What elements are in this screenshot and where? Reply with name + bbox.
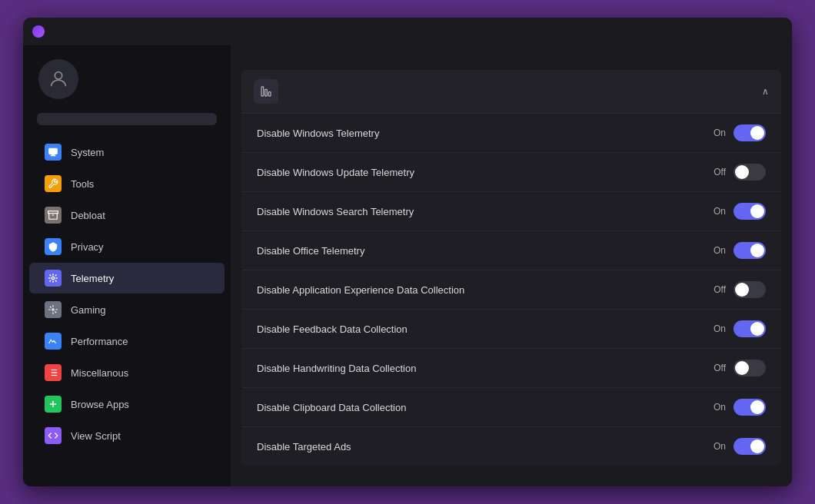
- svg-rect-18: [268, 92, 271, 96]
- svg-rect-17: [265, 89, 268, 96]
- svg-rect-2: [52, 154, 55, 155]
- sidebar-item-telemetry[interactable]: Telemetry: [29, 263, 225, 293]
- setting-status: On: [714, 206, 726, 217]
- toggle-knob: [735, 283, 749, 297]
- toggle-knob: [750, 204, 764, 218]
- svg-rect-16: [261, 87, 264, 96]
- page-title: [231, 45, 792, 70]
- svg-rect-4: [48, 211, 58, 214]
- svg-point-6: [52, 277, 55, 280]
- sidebar-item-label-telemetry: Telemetry: [71, 273, 114, 284]
- browse-icon: [45, 396, 62, 413]
- app-window: SystemToolsDebloatPrivacyTelemetryGaming…: [23, 18, 792, 486]
- svg-rect-1: [48, 148, 58, 154]
- app-logo: [32, 25, 45, 38]
- close-button[interactable]: [761, 24, 783, 39]
- sidebar-item-misc[interactable]: Miscellanous: [29, 357, 225, 388]
- svg-point-7: [52, 309, 54, 310]
- setting-label: Disable Office Telemetry: [257, 245, 714, 257]
- setting-label: Disable Targeted Ads: [257, 441, 714, 453]
- setting-label: Disable Windows Search Telemetry: [257, 206, 714, 217]
- setting-status: On: [714, 323, 726, 334]
- sidebar-item-debloat[interactable]: Debloat: [29, 200, 225, 230]
- setting-row: Disable Office TelemetryOn: [241, 230, 781, 270]
- main-layout: SystemToolsDebloatPrivacyTelemetryGaming…: [23, 45, 792, 486]
- sidebar: SystemToolsDebloatPrivacyTelemetryGaming…: [23, 45, 231, 486]
- viewscript-icon: [45, 427, 62, 444]
- sidebar-item-system[interactable]: System: [29, 137, 225, 167]
- setting-row: Disable Windows TelemetryOn: [241, 113, 781, 152]
- setting-status: On: [714, 402, 726, 413]
- nav-list: SystemToolsDebloatPrivacyTelemetryGaming…: [23, 136, 231, 479]
- avatar: [38, 59, 78, 99]
- minimize-button[interactable]: [712, 24, 734, 39]
- toggle-switch[interactable]: [734, 360, 766, 376]
- setting-status: On: [714, 441, 726, 452]
- sidebar-item-label-viewscript: View Script: [71, 430, 121, 442]
- setting-row: Disable Windows Update TelemetryOff: [241, 152, 781, 191]
- telemetry-icon: [45, 270, 62, 287]
- toggle-knob: [750, 244, 764, 257]
- telemetry-section: ∧ Disable Windows TelemetryOnDisable Win…: [241, 70, 781, 466]
- toggle-switch[interactable]: [734, 281, 766, 298]
- sidebar-item-label-tools: Tools: [71, 178, 94, 190]
- setting-status: On: [714, 128, 726, 138]
- toggle-switch[interactable]: [734, 242, 766, 259]
- section-header[interactable]: ∧: [241, 70, 781, 113]
- section-icon: [254, 79, 278, 104]
- privacy-icon: [45, 238, 62, 255]
- user-section: [23, 45, 231, 110]
- toggle-switch[interactable]: [734, 124, 766, 141]
- toggle-switch[interactable]: [734, 399, 766, 416]
- setting-status: Off: [714, 167, 726, 177]
- toggle-switch[interactable]: [734, 438, 766, 455]
- sidebar-item-privacy[interactable]: Privacy: [29, 231, 225, 262]
- setting-label: Disable Feedback Data Collection: [257, 323, 714, 335]
- gaming-icon: [45, 301, 62, 318]
- setting-status: On: [714, 245, 726, 256]
- setting-label: Disable Windows Update Telemetry: [257, 167, 714, 178]
- settings-list: ∧ Disable Windows TelemetryOnDisable Win…: [231, 70, 792, 486]
- system-icon: [45, 144, 62, 161]
- uncheck-all-button[interactable]: [37, 113, 217, 125]
- setting-label: Disable Handwriting Data Collection: [257, 363, 714, 374]
- setting-row: Disable Clipboard Data CollectionOn: [241, 387, 781, 426]
- sidebar-item-viewscript[interactable]: View Script: [29, 420, 225, 451]
- sidebar-item-performance[interactable]: Performance: [29, 326, 225, 356]
- toggle-switch[interactable]: [734, 203, 766, 220]
- tools-icon: [45, 175, 62, 192]
- maximize-button[interactable]: [737, 24, 758, 39]
- sidebar-item-label-system: System: [71, 147, 104, 158]
- toggle-switch[interactable]: [734, 164, 766, 181]
- sidebar-item-tools[interactable]: Tools: [29, 168, 225, 199]
- setting-label: Disable Application Experience Data Coll…: [257, 284, 714, 296]
- setting-row: Disable Handwriting Data CollectionOff: [241, 348, 781, 387]
- titlebar: [23, 18, 792, 45]
- sidebar-item-label-gaming: Gaming: [71, 304, 106, 316]
- titlebar-controls: [712, 24, 783, 39]
- setting-row: Disable Application Experience Data Coll…: [241, 270, 781, 309]
- setting-row: Disable Targeted AdsOn: [241, 426, 781, 466]
- sidebar-item-label-performance: Performance: [71, 336, 128, 347]
- setting-status: Off: [714, 363, 726, 373]
- titlebar-left: [32, 25, 51, 38]
- toggle-knob: [750, 439, 764, 453]
- sidebar-item-gaming[interactable]: Gaming: [29, 294, 225, 325]
- sidebar-item-label-privacy: Privacy: [71, 241, 104, 253]
- setting-row: Disable Feedback Data CollectionOn: [241, 309, 781, 348]
- section-text: [289, 91, 751, 92]
- content-area: ∧ Disable Windows TelemetryOnDisable Win…: [231, 45, 792, 486]
- svg-point-0: [55, 72, 62, 79]
- toggle-knob: [750, 126, 764, 140]
- misc-icon: [45, 364, 62, 381]
- sidebar-item-browse[interactable]: Browse Apps: [29, 389, 225, 419]
- svg-rect-3: [51, 155, 56, 156]
- toggle-knob: [750, 322, 764, 336]
- setting-label: Disable Clipboard Data Collection: [257, 402, 714, 413]
- performance-icon: [45, 333, 62, 350]
- setting-label: Disable Windows Telemetry: [257, 128, 714, 139]
- toggle-knob: [735, 165, 749, 179]
- toggle-switch[interactable]: [734, 320, 766, 337]
- sidebar-item-label-misc: Miscellanous: [71, 367, 128, 379]
- setting-status: Off: [714, 284, 726, 295]
